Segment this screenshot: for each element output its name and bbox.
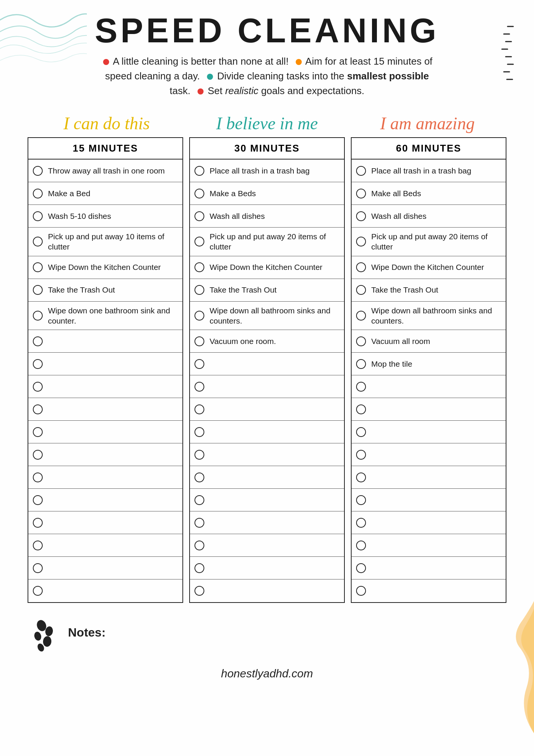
task-text: Make a Bed (48, 188, 90, 198)
bullet-1 (103, 59, 109, 65)
table-row (190, 398, 344, 421)
table-row: Vacuum one room. (190, 330, 344, 353)
check-circle[interactable] (33, 189, 43, 198)
check-circle[interactable] (33, 495, 43, 505)
check-circle[interactable] (33, 359, 43, 369)
check-circle[interactable] (356, 285, 366, 295)
check-circle[interactable] (356, 586, 366, 596)
check-circle[interactable] (356, 382, 366, 392)
check-circle[interactable] (33, 285, 43, 295)
table-row: Wash all dishes (190, 205, 344, 228)
check-circle[interactable] (356, 359, 366, 369)
check-circle[interactable] (356, 427, 366, 437)
task-text: Make all Beds (371, 188, 421, 198)
task-text: Pick up and put away 10 items of clutter (48, 231, 178, 252)
check-circle[interactable] (194, 450, 204, 460)
check-circle[interactable] (356, 237, 366, 246)
check-circle[interactable] (33, 427, 43, 437)
dots-decoration (30, 614, 60, 660)
check-circle[interactable] (194, 563, 204, 573)
table-row (28, 511, 182, 534)
check-circle[interactable] (356, 189, 366, 198)
check-circle[interactable] (33, 166, 43, 176)
task-text: Wipe down all bathroom sinks and counter… (210, 305, 340, 326)
check-circle[interactable] (33, 211, 43, 221)
check-circle[interactable] (356, 262, 366, 272)
check-circle[interactable] (33, 311, 43, 321)
check-circle[interactable] (33, 586, 43, 596)
check-circle[interactable] (33, 472, 43, 482)
check-circle[interactable] (194, 237, 204, 246)
check-circle[interactable] (194, 495, 204, 505)
check-circle[interactable] (194, 166, 204, 176)
check-circle[interactable] (33, 382, 43, 392)
check-circle[interactable] (194, 189, 204, 198)
check-circle[interactable] (356, 495, 366, 505)
check-circle[interactable] (356, 563, 366, 573)
task-text: Wipe Down the Kitchen Counter (210, 262, 323, 272)
check-circle[interactable] (194, 359, 204, 369)
orange-wave-decoration (413, 590, 534, 733)
check-circle[interactable] (356, 211, 366, 221)
table-row: Pick up and put away 20 items of clutter (190, 228, 344, 256)
table-row: Make a Bed (28, 182, 182, 205)
check-circle[interactable] (356, 311, 366, 321)
check-circle[interactable] (194, 211, 204, 221)
check-circle[interactable] (356, 541, 366, 550)
check-circle[interactable] (356, 518, 366, 528)
check-circle[interactable] (356, 450, 366, 460)
check-circle[interactable] (194, 586, 204, 596)
check-circle[interactable] (194, 427, 204, 437)
table-row (190, 534, 344, 557)
task-text: Take the Trash Out (48, 285, 115, 295)
table-row (28, 421, 182, 443)
table-row (190, 557, 344, 579)
check-circle[interactable] (33, 450, 43, 460)
checklist-col-2: 60 MINUTESPlace all trash in a trash bag… (351, 137, 506, 603)
table-row: Wipe down one bathroom sink and counter. (28, 302, 182, 330)
table-row: Mop the tile (352, 353, 506, 375)
check-circle[interactable] (194, 472, 204, 482)
check-circle[interactable] (194, 382, 204, 392)
task-text: Wash all dishes (371, 211, 426, 221)
task-text: Wipe down all bathroom sinks and counter… (371, 305, 501, 326)
bullet-3 (207, 74, 213, 80)
table-row (352, 489, 506, 511)
table-row: Pick up and put away 20 items of clutter (352, 228, 506, 256)
check-circle[interactable] (194, 262, 204, 272)
table-row (190, 421, 344, 443)
check-circle[interactable] (194, 404, 204, 414)
check-circle[interactable] (33, 563, 43, 573)
table-row (28, 398, 182, 421)
check-circle[interactable] (194, 541, 204, 550)
table-row: Place all trash in a trash bag (352, 160, 506, 182)
check-circle[interactable] (33, 262, 43, 272)
check-circle[interactable] (194, 336, 204, 346)
task-text: Take the Trash Out (371, 285, 438, 295)
check-circle[interactable] (356, 472, 366, 482)
task-text: Wipe down one bathroom sink and counter. (48, 305, 178, 326)
table-row (190, 511, 344, 534)
table-row (28, 443, 182, 466)
task-text: Pick up and put away 20 items of clutter (371, 231, 501, 252)
check-circle[interactable] (194, 518, 204, 528)
table-row (28, 375, 182, 398)
check-circle[interactable] (356, 336, 366, 346)
check-circle[interactable] (33, 404, 43, 414)
check-circle[interactable] (33, 541, 43, 550)
task-text: Place all trash in a trash bag (371, 166, 471, 176)
check-circle[interactable] (356, 166, 366, 176)
check-circle[interactable] (194, 285, 204, 295)
table-row: Wash 5-10 dishes (28, 205, 182, 228)
task-text: Wash all dishes (210, 211, 265, 221)
task-text: Make a Beds (210, 188, 256, 198)
table-row (190, 353, 344, 375)
check-circle[interactable] (194, 311, 204, 321)
checklist-col-0: 15 MINUTESThrow away all trash in one ro… (28, 137, 183, 603)
check-circle[interactable] (356, 404, 366, 414)
check-circle[interactable] (33, 237, 43, 246)
table-row (28, 353, 182, 375)
check-circle[interactable] (33, 518, 43, 528)
check-circle[interactable] (33, 336, 43, 346)
table-row (28, 489, 182, 511)
